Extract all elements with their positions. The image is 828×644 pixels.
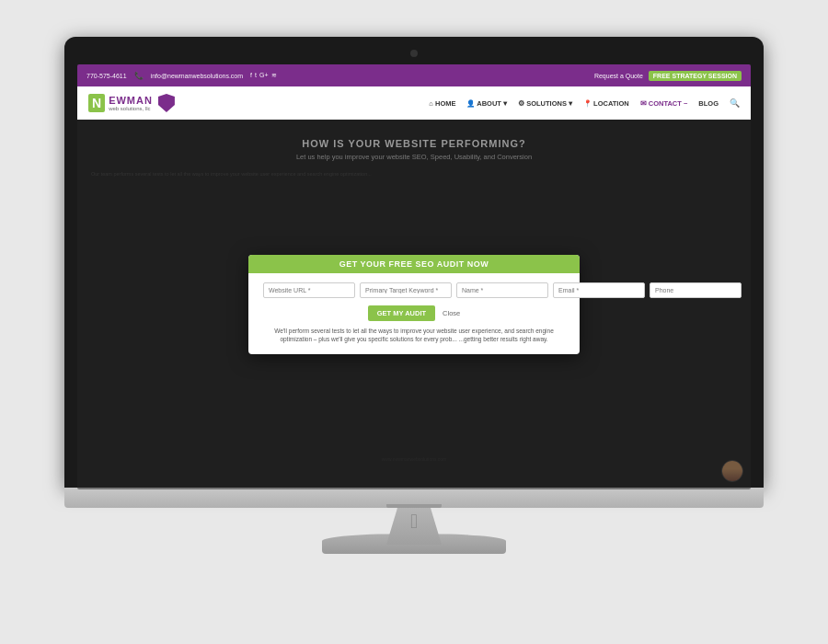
monitor-chin: [64, 488, 764, 508]
top-bar-left: 770-575-4611 📞 info@newmanwebsolutions.c…: [86, 72, 277, 80]
phone-icon: 📞: [134, 72, 144, 80]
modal-fields: [263, 282, 565, 298]
nav-bar: N EWMAN web solutions, llc ⌂ HOME 👤 ABOU…: [77, 86, 751, 120]
top-bar: 770-575-4611 📞 info@newmanwebsolutions.c…: [77, 64, 751, 86]
close-button[interactable]: Close: [443, 309, 460, 317]
website-url-input[interactable]: [263, 282, 355, 298]
logo-name: EWMAN: [109, 95, 153, 106]
facebook-icon[interactable]: f: [250, 72, 252, 79]
screen: 770-575-4611 📞 info@newmanwebsolutions.c…: [77, 64, 751, 489]
modal-actions: GET MY AUDIT Close: [263, 305, 565, 321]
nav-about[interactable]: 👤 ABOUT ▾: [466, 99, 507, 108]
get-audit-button[interactable]: GET MY AUDIT: [368, 305, 435, 321]
social-links[interactable]: f t G+ ≋: [250, 72, 276, 79]
gplus-icon[interactable]: G+: [259, 72, 269, 79]
logo-n-letter: N: [88, 94, 105, 112]
logo-subtitle: web solutions, llc: [109, 106, 153, 111]
shield-icon: [158, 94, 175, 112]
keyword-input[interactable]: [360, 282, 452, 298]
nav-contact[interactable]: ✉ CONTACT ~: [640, 99, 688, 108]
twitter-icon[interactable]: t: [255, 72, 257, 79]
monitor-body: 770-575-4611 📞 info@newmanwebsolutions.c…: [64, 37, 764, 488]
name-input[interactable]: [456, 282, 548, 298]
phone-input[interactable]: [650, 282, 742, 298]
logo-area: N EWMAN web solutions, llc: [88, 94, 175, 112]
nav-location[interactable]: 📍 LOCATION: [583, 99, 629, 108]
nav-blog[interactable]: BLOG: [698, 99, 719, 108]
phone-number: 770-575-4611: [86, 73, 127, 79]
apple-logo-icon: : [410, 510, 418, 533]
strategy-session-button[interactable]: FREE STRATEGY SESSION: [649, 71, 742, 81]
search-icon[interactable]: 🔍: [730, 98, 740, 108]
email-address: info@newmanwebsolutions.com: [151, 73, 244, 79]
apple-logo-area: : [322, 510, 506, 534]
modal-title: GET YOUR FREE SEO AUDIT NOW: [248, 255, 580, 273]
nav-solutions[interactable]: ⚙ SOLUTIONS ▾: [518, 99, 572, 108]
request-quote-link[interactable]: Request a Quote: [594, 73, 643, 79]
main-content: HOW IS YOUR WEBSITE PERFORMING? Let us h…: [77, 120, 751, 489]
monitor-camera: [410, 50, 418, 57]
top-bar-right: Request a Quote FREE STRATEGY SESSION: [594, 71, 742, 81]
modal-overlay: GET YOUR FREE SEO AUDIT NOW GET MY AUDIT: [77, 120, 751, 489]
modal-description: We'll perform several tests to let all t…: [263, 327, 565, 343]
nav-home[interactable]: ⌂ HOME: [429, 99, 455, 108]
rss-icon[interactable]: ≋: [271, 72, 277, 79]
monitor: 770-575-4611 📞 info@newmanwebsolutions.c…: [55, 37, 773, 607]
nav-links: ⌂ HOME 👤 ABOUT ▾ ⚙ SOLUTIONS ▾ 📍 LOCATIO…: [429, 98, 740, 108]
email-input[interactable]: [553, 282, 645, 298]
audit-modal: GET YOUR FREE SEO AUDIT NOW GET MY AUDIT: [248, 255, 580, 354]
